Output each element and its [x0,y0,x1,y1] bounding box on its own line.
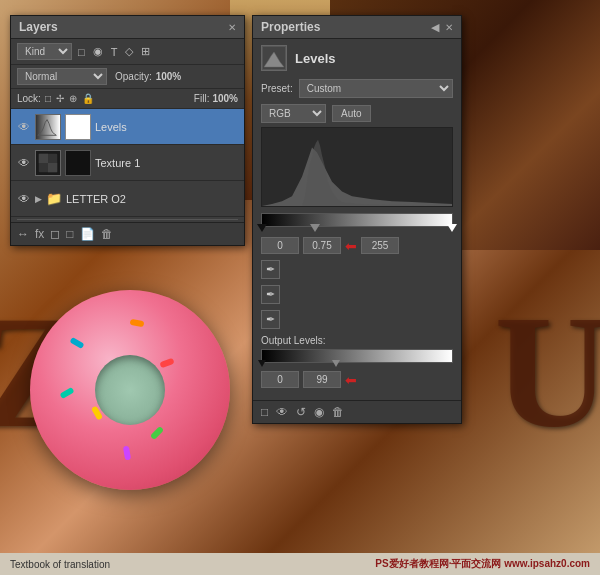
white-eyedropper-button[interactable]: ✒ [261,310,280,329]
output-levels-label: Output Levels: [261,335,453,346]
lock-all-icon[interactable]: 🔒 [81,92,95,105]
fx-icon[interactable]: fx [35,227,44,241]
visibility-icon[interactable]: ◉ [314,405,324,419]
output-values-row: ⬅ [261,371,453,388]
levels-title-row: Levels [261,45,453,71]
output-low-slider[interactable] [258,360,266,367]
status-bar: Textbook of translation PS爱好者教程网·平面交流网 w… [0,553,600,575]
layer-mask-levels [65,114,91,140]
output-low-input[interactable] [261,371,299,388]
layer-row-folder[interactable]: 👁 ▶ 📁 LETTER O2 [11,181,244,217]
layer-thumb-levels [35,114,61,140]
output-high-slider[interactable] [332,360,340,367]
new-group-icon[interactable]: □ [66,227,73,241]
svg-rect-4 [39,153,48,162]
link-icon[interactable]: ↔ [17,227,29,241]
sprinkle [130,319,145,327]
visibility-icon-folder[interactable]: 👁 [17,192,31,206]
output-high-input[interactable] [303,371,341,388]
layer-folder-group: ▶ 📁 LETTER O2 [35,191,238,206]
filter-smart-icon[interactable]: ⊞ [139,44,152,59]
lock-image-icon[interactable]: ✢ [55,92,65,105]
properties-body: Levels Preset: Custom RGB Red Green Blue… [253,39,461,400]
lock-fill-row: Lock: □ ✢ ⊕ 🔒 Fill: 100% [11,89,244,109]
layers-panel-title: Layers [19,20,58,34]
status-left-text: Textbook of translation [10,559,110,570]
properties-title-row: Properties [261,20,320,34]
opacity-label: Opacity: [115,71,152,82]
properties-panel: Properties ◀ ✕ Levels Preset: Custom [252,15,462,424]
filter-shape-icon[interactable]: ◇ [123,44,135,59]
folder-icon: 📁 [46,191,62,206]
kind-select[interactable]: Kind [17,43,72,60]
layer-name-texture: Texture 1 [95,157,238,169]
layer-mask-texture [65,150,91,176]
channel-select[interactable]: RGB Red Green Blue [261,104,326,123]
levels-title: Levels [295,51,335,66]
mid-level-input[interactable] [303,237,341,254]
layers-panel-header: Layers ✕ [11,16,244,39]
sprinkle [59,387,74,399]
eyedropper-tools: ✒ ✒ ✒ [261,260,280,329]
red-arrow-icon-input: ⬅ [345,238,357,254]
visibility-icon-texture[interactable]: 👁 [17,156,31,170]
layer-thumb-texture [35,150,61,176]
blend-mode-select[interactable]: Normal [17,68,107,85]
layer-name-levels: Levels [95,121,238,133]
lock-label: Lock: [17,93,41,104]
channel-row: RGB Red Green Blue Auto [261,104,453,123]
auto-button[interactable]: Auto [332,105,371,122]
new-layer-icon[interactable]: 📄 [80,227,95,241]
lock-position-icon[interactable]: ⊕ [68,92,78,105]
levels-icon-box [261,45,287,71]
layers-separator [17,219,238,220]
new-fill-icon[interactable]: ◻ [50,227,60,241]
preset-label: Preset: [261,83,293,94]
visibility-icon-levels[interactable]: 👁 [17,120,31,134]
sprinkle [159,358,174,368]
status-right-watermark: PS爱好者教程网·平面交流网 www.ipsahz0.com [375,557,590,571]
filter-type-icon[interactable]: T [109,45,120,59]
clip-icon[interactable]: □ [261,405,268,419]
layers-kind-toolbar: Kind □ ◉ T ◇ ⊞ [11,39,244,65]
gray-eyedropper-button[interactable]: ✒ [261,285,280,304]
fill-label: Fill: [194,93,210,104]
layers-bottom-toolbar: ↔ fx ◻ □ 📄 🗑 [11,222,244,245]
black-eyedropper-button[interactable]: ✒ [261,260,280,279]
delete-layer-icon[interactable]: 🗑 [101,227,113,241]
properties-panel-title: Properties [261,20,320,34]
sprinkle [69,337,84,349]
fill-value[interactable]: 100% [212,93,238,104]
midpoint-slider[interactable] [310,224,320,232]
white-level-input[interactable] [361,237,399,254]
layer-name-folder: LETTER O2 [66,193,238,205]
donut-image [30,290,230,490]
folder-arrow-icon[interactable]: ▶ [35,194,42,204]
lock-transparent-icon[interactable]: □ [44,92,52,105]
layer-row-texture[interactable]: 👁 Texture 1 [11,145,244,181]
filter-adjust-icon[interactable]: ◉ [91,44,105,59]
eye-preview-icon[interactable]: 👁 [276,405,288,419]
input-gradient-bar [261,213,453,227]
preset-select[interactable]: Custom [299,79,453,98]
sprinkle [150,426,164,440]
output-levels-section: Output Levels: ⬅ [261,335,453,388]
opacity-value[interactable]: 100% [156,71,182,82]
black-point-slider[interactable] [257,224,267,232]
sprinkle [123,446,131,461]
blend-opacity-row: Normal Opacity: 100% [11,65,244,89]
black-level-input[interactable] [261,237,299,254]
properties-expand-icon[interactable]: ◀ [431,21,439,34]
output-gradient-bar [261,349,453,363]
properties-bottom-toolbar: □ 👁 ↺ ◉ 🗑 [253,400,461,423]
svg-rect-8 [262,128,452,206]
input-levels-slider-container [261,213,453,227]
delete-icon[interactable]: 🗑 [332,405,344,419]
white-point-slider[interactable] [447,224,457,232]
properties-close-icon[interactable]: ✕ [445,22,453,33]
donut-hole [95,355,165,425]
layers-panel-close[interactable]: ✕ [228,22,236,33]
reset-icon[interactable]: ↺ [296,405,306,419]
filter-pixel-icon[interactable]: □ [76,45,87,59]
layer-row-levels[interactable]: 👁 Levels [11,109,244,145]
